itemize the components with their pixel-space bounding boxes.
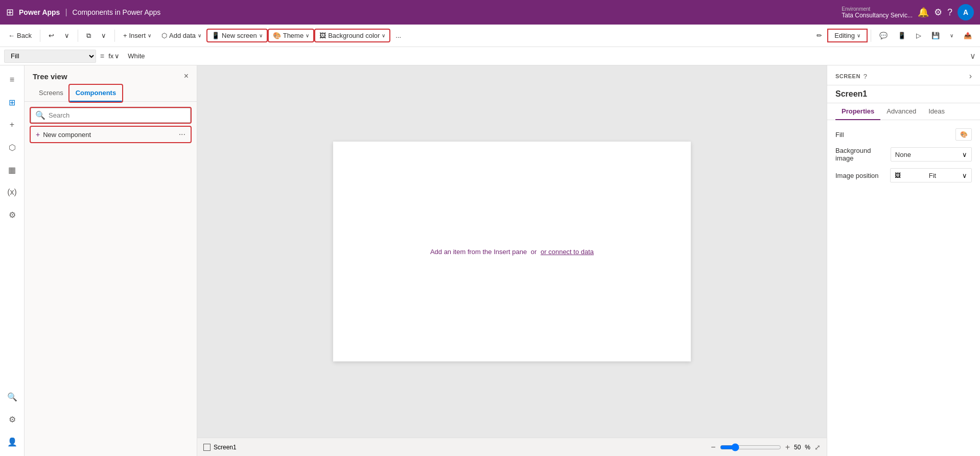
sidebar-media-button[interactable]: ▦ xyxy=(2,159,22,180)
more-button[interactable]: ... xyxy=(391,30,405,41)
img-position-select[interactable]: 🖼 Fit ∨ xyxy=(890,168,972,183)
project-name: Components in Power Apps xyxy=(73,8,161,16)
sidebar-users-button[interactable]: 👤 xyxy=(2,431,22,452)
separator-2 xyxy=(78,30,78,42)
img-position-label: Image position xyxy=(835,172,879,179)
props-tabs: Properties Advanced Ideas xyxy=(827,103,980,120)
tree-tabs: Screens Components xyxy=(25,85,197,102)
properties-panel: SCREEN ? › Screen1 Properties Advanced I… xyxy=(827,65,980,456)
new-screen-button[interactable]: 📱 New screen ∨ xyxy=(207,30,267,41)
plus-icon-component: + xyxy=(36,130,40,139)
icon-sidebar: ≡ ⊞ + ⬡ ▦ (x) ⚙ 🔍 ⚙ 👤 xyxy=(0,65,25,456)
tree-close-button[interactable]: × xyxy=(184,72,189,81)
gear-icon[interactable]: ⚙ xyxy=(934,7,942,18)
formula-input[interactable] xyxy=(124,50,966,63)
undo-dropdown[interactable]: ∨ xyxy=(60,30,74,41)
bg-color-icon: 🖼 xyxy=(319,32,326,39)
props-section-label: SCREEN xyxy=(835,73,860,79)
avatar[interactable]: A xyxy=(958,4,974,20)
undo-icon: ↩ xyxy=(49,32,54,39)
expand-button[interactable]: ⤢ xyxy=(814,443,821,451)
save-button[interactable]: 💾 xyxy=(927,30,944,41)
sidebar-menu-button[interactable]: ≡ xyxy=(2,70,22,90)
undo-button[interactable]: ↩ xyxy=(44,30,58,41)
chevron-down-icon-fx[interactable]: ∨ xyxy=(114,52,120,60)
fill-color-swatch[interactable]: 🎨 xyxy=(955,128,972,141)
chevron-down-icon-6: ∨ xyxy=(306,33,309,38)
comment-button[interactable]: 💬 xyxy=(875,30,892,41)
chevron-down-icon: ∨ xyxy=(64,32,69,39)
fill-label: Fill xyxy=(835,131,844,139)
search-icon: 🔍 xyxy=(35,110,45,120)
tab-ideas[interactable]: Ideas xyxy=(922,103,951,120)
search-input[interactable] xyxy=(49,111,186,119)
sidebar-treeview-button[interactable]: ⊞ xyxy=(2,92,22,112)
chevron-down-icon-3: ∨ xyxy=(148,33,151,38)
zoom-plus-button[interactable]: + xyxy=(785,443,790,452)
main-layout: ≡ ⊞ + ⬡ ▦ (x) ⚙ 🔍 ⚙ 👤 Tree view × Screen… xyxy=(0,65,980,456)
tab-screens[interactable]: Screens xyxy=(33,85,69,102)
tree-panel: Tree view × Screens Components 🔍 + New c… xyxy=(25,65,197,456)
plus-icon: + xyxy=(123,32,127,39)
canvas-screen[interactable]: Add an item from the Insert pane or or c… xyxy=(333,142,691,361)
color-picker-icon: 🎨 xyxy=(960,131,968,138)
separator-1 xyxy=(40,30,40,42)
editing-button[interactable]: Editing ∨ xyxy=(828,30,867,41)
bell-icon[interactable]: 🔔 xyxy=(918,7,929,18)
new-component-button[interactable]: + New component ··· xyxy=(31,127,191,142)
img-position-row: Image position 🖼 Fit ∨ xyxy=(835,168,972,183)
props-help-icon[interactable]: ? xyxy=(864,73,867,80)
props-collapse-button[interactable]: › xyxy=(969,72,972,81)
sidebar-settings-button[interactable]: ⚙ xyxy=(2,409,22,429)
zoom-controls: − + 50 % ⤢ xyxy=(711,443,821,452)
back-button[interactable]: ← Back xyxy=(4,30,36,41)
help-icon[interactable]: ? xyxy=(947,7,952,18)
run-button[interactable]: ▷ xyxy=(912,30,925,41)
bg-image-select[interactable]: None ∨ xyxy=(891,147,972,162)
background-color-button[interactable]: 🖼 Background color ∨ xyxy=(315,30,389,41)
equals-sign: = xyxy=(100,52,104,60)
waffle-icon[interactable]: ⊞ xyxy=(6,7,14,18)
tab-components[interactable]: Components xyxy=(69,85,122,102)
canvas-hint: Add an item from the Insert pane or or c… xyxy=(430,248,594,256)
props-body: Fill 🎨 Background image None ∨ Image pos… xyxy=(827,120,980,191)
publish-button[interactable]: 📤 xyxy=(960,30,976,41)
copy-icon: ⧉ xyxy=(86,32,91,40)
publish-icon: 📤 xyxy=(964,32,972,39)
back-arrow-icon: ← xyxy=(8,32,15,39)
theme-icon: 🎨 xyxy=(273,32,281,39)
chevron-down-icon-8: ∨ xyxy=(857,33,860,38)
sidebar-data-button[interactable]: ⬡ xyxy=(2,137,22,157)
sidebar-search-button[interactable]: 🔍 xyxy=(2,386,22,407)
pen-icon-button[interactable]: ✏ xyxy=(812,30,826,41)
zoom-slider[interactable] xyxy=(720,443,781,451)
zoom-value: 50 xyxy=(794,444,801,451)
chevron-down-icon-4: ∨ xyxy=(198,33,201,38)
tree-body: 🔍 + New component ··· xyxy=(25,102,197,148)
tab-properties[interactable]: Properties xyxy=(835,103,880,120)
more-icon[interactable]: ··· xyxy=(179,130,185,139)
phone-button[interactable]: 📱 xyxy=(894,30,910,41)
sidebar-powerfx-button[interactable]: (x) xyxy=(2,182,22,202)
theme-button[interactable]: 🎨 Theme ∨ xyxy=(269,30,313,41)
add-data-button[interactable]: ⬡ Add data ∨ xyxy=(157,30,205,41)
props-screen-name: Screen1 xyxy=(827,85,980,103)
sidebar-add-button[interactable]: + xyxy=(2,115,22,135)
chevron-down-icon-5: ∨ xyxy=(259,33,263,38)
chevron-down-icon-2: ∨ xyxy=(101,32,106,39)
pen-icon: ✏ xyxy=(816,32,822,39)
save-dropdown[interactable]: ∨ xyxy=(946,31,958,40)
insert-button[interactable]: + Insert ∨ xyxy=(119,30,155,41)
sidebar-components-button[interactable]: ⚙ xyxy=(2,204,22,225)
copy-button[interactable]: ⧉ xyxy=(82,30,95,42)
separator-4 xyxy=(871,30,871,42)
property-select[interactable]: Fill xyxy=(4,50,96,63)
zoom-minus-button[interactable]: − xyxy=(711,443,715,452)
formula-expand-icon[interactable]: ∨ xyxy=(970,51,976,61)
copy-dropdown[interactable]: ∨ xyxy=(97,30,110,41)
screen-checkbox[interactable] xyxy=(203,444,211,451)
tab-advanced[interactable]: Advanced xyxy=(880,103,922,120)
chevron-down-bg: ∨ xyxy=(962,151,967,158)
add-data-icon: ⬡ xyxy=(161,32,167,39)
chevron-down-icon-7: ∨ xyxy=(382,33,385,38)
